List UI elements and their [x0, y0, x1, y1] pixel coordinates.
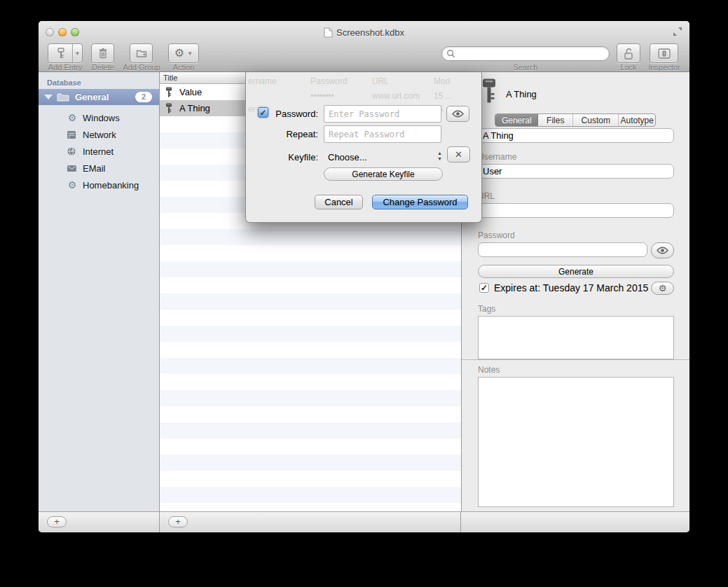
expires-checkbox[interactable]: ✓: [479, 283, 489, 293]
sidebar-item-email[interactable]: EMail: [39, 160, 159, 177]
password-input[interactable]: [324, 105, 441, 123]
gear-icon: ⚙: [67, 113, 78, 123]
cancel-button[interactable]: Cancel: [315, 195, 363, 209]
add-entry-dropdown-arrow[interactable]: ▼: [72, 44, 82, 62]
use-password-checkbox[interactable]: ✓: [258, 107, 268, 118]
ghost-header-password: Password: [310, 76, 348, 86]
generate-keyfile-button[interactable]: Generate Keyfile: [324, 167, 443, 181]
column-title[interactable]: Title: [163, 74, 177, 82]
delete-button[interactable]: [91, 43, 114, 63]
search-label: Search: [441, 63, 610, 71]
sidebar-item-windows[interactable]: ⚙ Windows: [39, 109, 159, 126]
cell-title: Value: [179, 87, 255, 97]
sidebar-item-homebanking[interactable]: ⚙ Homebanking: [39, 177, 159, 193]
username-field[interactable]: User: [478, 164, 674, 179]
expires-label: Expires at: Tuesday 17 March 2015: [494, 282, 648, 294]
entry-key-icon: [481, 78, 497, 104]
add-entry-button[interactable]: ▼: [48, 43, 83, 63]
show-password-button[interactable]: [651, 242, 674, 258]
eye-icon: [452, 110, 464, 118]
sidebar-item-network[interactable]: Network: [39, 126, 159, 143]
clear-keyfile-button[interactable]: ✕: [447, 146, 470, 163]
notes-label: Notes: [478, 365, 500, 375]
add-group-plus-button[interactable]: +: [47, 516, 67, 527]
folder-icon: [57, 92, 69, 102]
sidebar-section-database: Database: [47, 78, 81, 87]
repeat-input[interactable]: [324, 125, 441, 143]
delete-label: Delete: [83, 63, 123, 71]
add-entry-plus-button[interactable]: +: [168, 516, 188, 527]
ghost-row-url: www.url.com: [372, 91, 420, 101]
gear-icon: ⚙: [174, 48, 184, 59]
generate-password-button[interactable]: Generate: [478, 265, 674, 278]
server-icon: [67, 130, 78, 139]
show-password-button[interactable]: [446, 106, 469, 122]
password-label: Password:: [269, 109, 318, 119]
password-label: Password: [478, 230, 515, 240]
keyfile-popup[interactable]: Choose...: [328, 152, 367, 163]
globe-icon: [67, 146, 78, 156]
eye-icon: [657, 247, 668, 254]
notes-field[interactable]: [478, 377, 674, 507]
table-bottom-bar: +: [160, 511, 461, 532]
search-input[interactable]: [441, 46, 610, 61]
tab-general[interactable]: General: [495, 114, 538, 126]
repeat-label: Repeat:: [269, 129, 318, 139]
ghost-row2-username: er: [248, 104, 256, 114]
gear-icon: ⚙: [659, 284, 667, 293]
gear-icon: ⚙: [67, 180, 78, 190]
window-title: Screenshot.kdbx: [39, 27, 689, 38]
action-label: Action: [167, 63, 200, 71]
tab-autotype[interactable]: Autotype: [619, 114, 655, 126]
action-dropdown-arrow: ▼: [187, 50, 193, 57]
app-window: Screenshot.kdbx ▼ Add Entry Delete Add G…: [39, 21, 689, 532]
password-field[interactable]: [478, 242, 647, 257]
cell-title: A Thing: [179, 103, 255, 113]
inspector-bottom-bar: [461, 511, 689, 532]
folder-plus-icon: [136, 48, 147, 58]
inspector-tabs: General Files Custom Autotype: [495, 113, 656, 127]
sidebar: Database General 2 ⚙ Windows Network Int…: [39, 72, 160, 511]
key-icon: [57, 48, 65, 59]
title-field[interactable]: A Thing: [478, 128, 674, 143]
tags-field[interactable]: [478, 316, 674, 359]
key-icon: [165, 103, 172, 113]
expires-row: ✓ Expires at: Tuesday 17 March 2015: [479, 282, 648, 294]
action-button[interactable]: ⚙ ▼: [168, 43, 199, 63]
sidebar-bottom-bar: +: [39, 511, 160, 532]
document-icon: [324, 27, 333, 38]
ghost-row-mod: 15 ...: [434, 91, 453, 101]
tab-files[interactable]: Files: [538, 114, 573, 126]
change-password-button[interactable]: Change Password: [372, 195, 468, 209]
lock-button[interactable]: [617, 43, 640, 63]
key-icon: [165, 87, 172, 97]
unlock-icon: [623, 48, 634, 60]
keyfile-label: Keyfile:: [269, 152, 318, 163]
trash-icon: [98, 48, 108, 59]
username-label: Username: [478, 152, 516, 162]
sidebar-item-internet[interactable]: Internet: [39, 143, 159, 160]
info-icon: i: [658, 48, 671, 59]
tab-custom[interactable]: Custom: [573, 114, 619, 126]
sidebar-group-general[interactable]: General 2: [39, 89, 159, 105]
ghost-header-username: ername: [248, 76, 277, 86]
toolbar: Screenshot.kdbx ▼ Add Entry Delete Add G…: [39, 21, 689, 72]
add-group-button[interactable]: [130, 43, 153, 63]
disclosure-triangle-icon[interactable]: [44, 95, 53, 99]
url-field[interactable]: [478, 203, 674, 218]
inspector-button[interactable]: i: [650, 43, 678, 63]
tags-label: Tags: [478, 304, 495, 314]
section-divider: [462, 359, 689, 360]
inspector-panel: A Thing General Files Custom Autotype A …: [461, 72, 689, 511]
ghost-row-password: ••••••••: [310, 91, 334, 101]
search-icon: [446, 49, 455, 58]
ghost-header-mod: Mod: [434, 76, 450, 86]
sidebar-group-label: General: [75, 92, 109, 102]
stepper-arrows-icon[interactable]: ▲▼: [437, 151, 442, 162]
close-icon: ✕: [455, 149, 462, 160]
fullscreen-icon[interactable]: [673, 27, 682, 36]
add-group-label: Add Group: [119, 63, 164, 71]
expires-settings-button[interactable]: ⚙: [651, 282, 674, 295]
ghost-header-url: URL: [372, 76, 389, 86]
inspector-entry-title: A Thing: [506, 89, 537, 99]
